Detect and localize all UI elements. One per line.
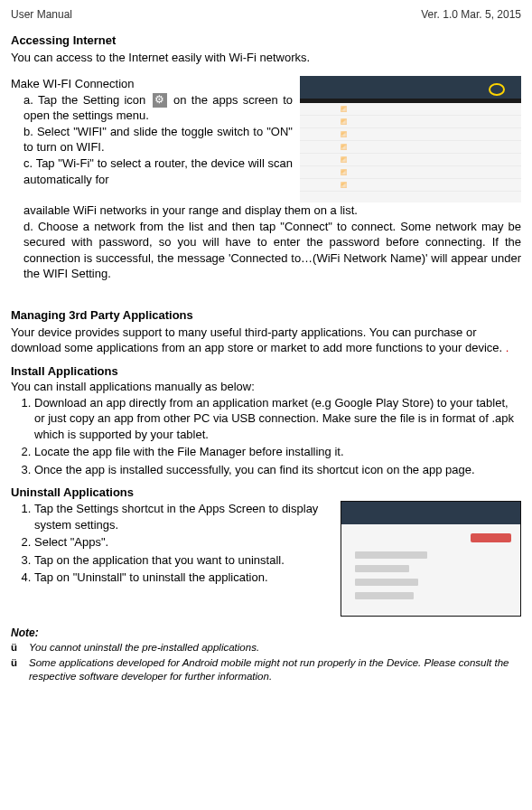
wifi-section: Make WI-FI Connection a. Tap the Setting…: [11, 76, 521, 202]
bullet-icon: ü: [11, 656, 20, 684]
wifi-step-a: a. Tap the Setting icon on the apps scre…: [11, 92, 293, 124]
highlight-circle-icon: [489, 83, 505, 96]
list-item: Tap on "Uninstall" to uninstall the appl…: [34, 570, 333, 586]
uninstall-apps-title: Uninstall Applications: [11, 485, 521, 501]
list-item: ü Some applications developed for Androi…: [11, 656, 521, 684]
settings-icon: [153, 93, 167, 108]
wifi-connection-title: Make WI-FI Connection: [11, 76, 293, 92]
list-item: Select "Apps".: [34, 534, 333, 551]
wifi-step-a-part1: a. Tap the Setting icon: [23, 93, 151, 107]
list-item: Tap the Settings shortcut in the Apps Sc…: [34, 501, 333, 532]
list-item: Locate the app file with the File Manage…: [34, 444, 521, 460]
uninstall-button-graphic: [471, 533, 511, 542]
wifi-settings-screenshot: [300, 76, 521, 202]
wifi-step-d: d. Choose a network from the list and th…: [11, 219, 521, 282]
note-text: You cannot uninstall the pre-installed a…: [29, 641, 259, 655]
list-item: Once the app is installed successfully, …: [34, 462, 521, 478]
uninstall-steps-list: Tap the Settings shortcut in the Apps Sc…: [11, 501, 333, 586]
note-text: Some applications developed for Android …: [29, 656, 521, 684]
third-party-intro: Your device provides support to many use…: [11, 325, 521, 356]
wifi-step-b: b. Select "WIFI" and slide the toggle sw…: [11, 124, 293, 155]
install-apps-intro: You can install applications manually as…: [11, 379, 521, 395]
install-apps-title: Install Applications: [11, 363, 521, 380]
note-title: Note:: [11, 626, 521, 640]
bullet-icon: ü: [11, 641, 20, 655]
uninstall-settings-screenshot: [341, 501, 521, 617]
wifi-step-c-part2: available WiFi networks in your range an…: [11, 202, 521, 219]
doc-version-date: Ver. 1.0 Mar. 5, 2015: [421, 7, 521, 22]
section-accessing-internet-title: Accessing Internet: [11, 33, 521, 49]
section-third-party-title: Managing 3rd Party Applications: [11, 307, 521, 324]
third-party-intro-text: Your device provides support to many use…: [11, 325, 506, 355]
red-dot: .: [506, 341, 509, 354]
doc-title: User Manual: [11, 7, 72, 22]
wifi-step-c-part1: c. Tap "Wi-Fi" to select a router, the d…: [11, 155, 293, 187]
list-item: Tap on the application that you want to …: [34, 552, 333, 569]
note-list: ü You cannot uninstall the pre-installed…: [11, 641, 521, 684]
accessing-internet-intro: You can access to the Internet easily wi…: [11, 50, 521, 66]
page-header: User Manual Ver. 1.0 Mar. 5, 2015: [11, 7, 521, 22]
uninstall-section: Tap the Settings shortcut in the Apps Sc…: [11, 501, 521, 617]
install-steps-list: Download an app directly from an applica…: [11, 395, 521, 478]
list-item: Download an app directly from an applica…: [34, 395, 521, 443]
list-item: ü You cannot uninstall the pre-installed…: [11, 641, 521, 655]
